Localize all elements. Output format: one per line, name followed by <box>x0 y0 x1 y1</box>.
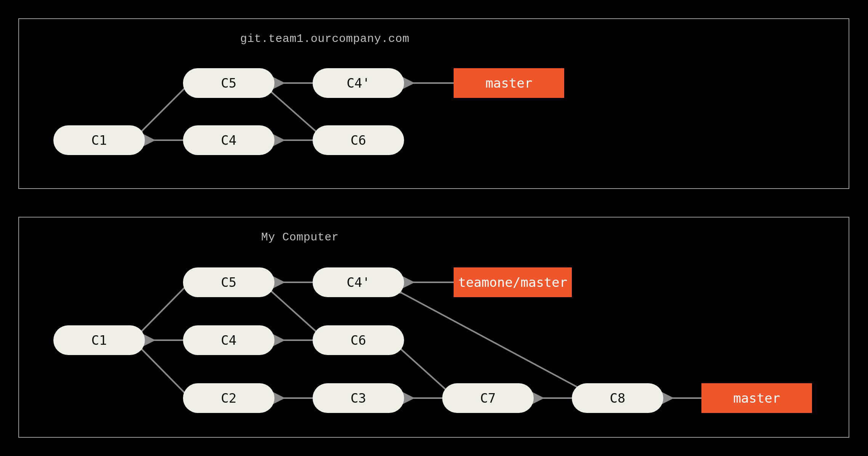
commit-c5-local: C5 <box>183 267 274 297</box>
svg-line-3 <box>271 91 316 132</box>
svg-line-14 <box>400 349 446 390</box>
diagram-canvas: git.team1.ourcompany.com C5 C4' C1 <box>0 0 868 456</box>
svg-line-0 <box>141 86 187 132</box>
svg-line-6 <box>141 285 187 332</box>
svg-line-16 <box>400 292 579 388</box>
local-panel: My Computer <box>18 217 849 438</box>
server-panel-title: git.team1.ourcompany.com <box>240 32 409 45</box>
svg-line-8 <box>141 349 187 395</box>
commit-c1-local: C1 <box>53 325 145 355</box>
commit-c7-local: C7 <box>442 383 534 413</box>
ref-master-local: master <box>701 383 812 413</box>
ref-teamone-master: teamone/master <box>454 267 572 297</box>
commit-c6: C6 <box>313 125 404 155</box>
server-arrows <box>19 19 850 190</box>
svg-line-10 <box>271 291 316 332</box>
commit-c1: C1 <box>53 125 145 155</box>
ref-master-server: master <box>454 68 564 98</box>
commit-c5: C5 <box>183 68 274 98</box>
local-panel-title: My Computer <box>261 231 339 244</box>
commit-c6-local: C6 <box>313 325 404 355</box>
commit-c8-local: C8 <box>572 383 663 413</box>
commit-c4: C4 <box>183 125 274 155</box>
commit-c2-local: C2 <box>183 383 274 413</box>
commit-c3-local: C3 <box>313 383 404 413</box>
commit-c4-local: C4 <box>183 325 274 355</box>
commit-c4p: C4' <box>313 68 404 98</box>
commit-c4p-local: C4' <box>313 267 404 297</box>
server-panel: git.team1.ourcompany.com C5 C4' C1 <box>18 18 849 189</box>
